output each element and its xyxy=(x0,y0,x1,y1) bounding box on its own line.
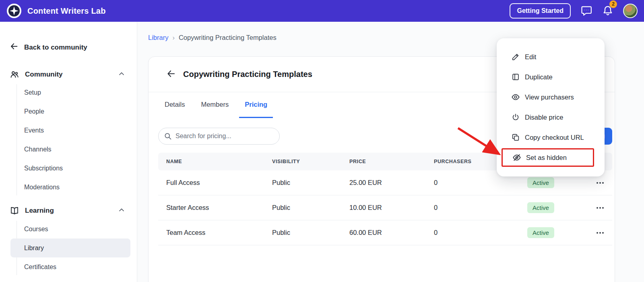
bell-icon xyxy=(602,11,613,17)
pencil-icon xyxy=(511,52,520,61)
menu-item-label: Copy checkout URL xyxy=(525,134,584,141)
back-to-community-label: Back to community xyxy=(24,44,87,52)
breadcrumb-current: Copywriting Practicing Templates xyxy=(179,34,277,41)
menu-item-label: View purchasers xyxy=(525,93,574,101)
ellipsis-icon xyxy=(599,182,601,184)
sidebar-item-moderations[interactable]: Moderations xyxy=(10,178,130,197)
table-row: Starter Access Public 10.00 EUR 0 Active xyxy=(158,195,612,220)
pricing-purchasers: 0 xyxy=(434,204,527,212)
menu-item-view-purchasers[interactable]: View purchasers xyxy=(497,87,605,107)
pricing-purchasers: 0 xyxy=(434,229,527,236)
pricing-name: Team Access xyxy=(166,229,272,236)
pricing-price: 10.00 EUR xyxy=(349,204,434,212)
sidebar-item-people[interactable]: People xyxy=(10,102,130,121)
chevron-up-icon[interactable] xyxy=(118,70,126,79)
sidebar-section-label: Community xyxy=(25,70,118,79)
sidebar-item-subscriptions[interactable]: Subscriptions xyxy=(10,159,130,178)
copy-icon xyxy=(511,133,520,142)
app-title: Content Writers Lab xyxy=(27,6,106,16)
tab-members[interactable]: Members xyxy=(195,92,234,118)
menu-item-label: Duplicate xyxy=(525,73,553,81)
sidebar-item-courses[interactable]: Courses xyxy=(10,220,130,238)
tab-pricing[interactable]: Pricing xyxy=(239,92,273,118)
back-to-community-link[interactable]: Back to community xyxy=(10,42,127,53)
community-items: Setup People Events Channels Subscriptio… xyxy=(0,83,137,197)
ellipsis-icon xyxy=(599,232,601,234)
search-box xyxy=(158,128,280,145)
table-row: Team Access Public 60.00 EUR 0 Active xyxy=(158,220,612,245)
menu-item-copy-checkout-url[interactable]: Copy checkout URL xyxy=(497,127,605,147)
pricing-price: 25.00 EUR xyxy=(349,179,434,187)
ellipsis-icon xyxy=(599,207,601,209)
pricing-visibility: Public xyxy=(272,204,349,212)
chevron-up-icon[interactable] xyxy=(118,206,126,216)
back-arrow-icon xyxy=(10,42,19,53)
pricing-visibility: Public xyxy=(272,179,349,187)
status-badge: Active xyxy=(527,177,554,188)
page-title: Copywriting Practicing Templates xyxy=(183,70,312,79)
row-actions-button[interactable] xyxy=(595,178,605,188)
pricing-purchasers: 0 xyxy=(434,179,527,187)
breadcrumb-separator-icon: › xyxy=(172,34,175,41)
sidebar-section-learning[interactable]: Learning xyxy=(0,205,137,216)
header-visibility: VISIBILITY xyxy=(272,159,349,164)
row-context-menu: Edit Duplicate View purchasers Disable p… xyxy=(497,38,605,176)
sidebar-item-channels[interactable]: Channels xyxy=(10,140,130,159)
row-actions-button[interactable] xyxy=(595,228,605,238)
user-avatar[interactable] xyxy=(623,4,638,18)
pricing-name: Full Access xyxy=(166,179,272,187)
highlight-box: Set as hidden xyxy=(502,148,594,167)
header-price: PRICE xyxy=(349,159,434,164)
sidebar-item-setup[interactable]: Setup xyxy=(10,83,130,102)
pricing-visibility: Public xyxy=(272,229,349,236)
topbar: Content Writers Lab Getting Started 2 xyxy=(0,0,644,22)
sidebar-section-community[interactable]: Community xyxy=(0,69,137,80)
chat-icon xyxy=(580,11,592,17)
sidebar-item-certificates[interactable]: Certificates xyxy=(10,257,130,276)
notification-badge: 2 xyxy=(609,0,617,8)
app-logo-icon[interactable] xyxy=(6,3,22,19)
back-arrow-icon xyxy=(166,69,176,80)
chat-button[interactable] xyxy=(580,4,592,18)
menu-item-label: Edit xyxy=(525,53,536,61)
menu-item-disable-price[interactable]: Disable price xyxy=(497,107,605,127)
sidebar-item-events[interactable]: Events xyxy=(10,121,130,140)
search-input[interactable] xyxy=(158,128,280,145)
getting-started-button[interactable]: Getting Started xyxy=(510,3,571,19)
sidebar-item-library[interactable]: Library xyxy=(10,238,130,257)
breadcrumb-library-link[interactable]: Library xyxy=(148,34,168,41)
notifications-button[interactable]: 2 xyxy=(601,4,614,18)
eye-icon xyxy=(511,93,520,102)
card-back-button[interactable] xyxy=(166,69,176,80)
header-name: NAME xyxy=(166,159,272,164)
status-badge: Active xyxy=(527,202,554,213)
row-actions-button[interactable] xyxy=(595,203,605,213)
sidebar: Back to community Community Setup People… xyxy=(0,22,137,282)
power-icon xyxy=(511,113,520,122)
eye-off-icon xyxy=(512,153,521,162)
menu-item-edit[interactable]: Edit xyxy=(497,47,605,67)
menu-item-duplicate[interactable]: Duplicate xyxy=(497,67,605,87)
pricing-price: 60.00 EUR xyxy=(349,229,434,236)
duplicate-icon xyxy=(511,73,520,81)
learning-icon xyxy=(10,206,19,216)
menu-item-label: Set as hidden xyxy=(526,154,567,162)
tab-details[interactable]: Details xyxy=(159,92,190,118)
menu-item-label: Disable price xyxy=(525,114,563,121)
learning-items: Courses Library Certificates xyxy=(0,220,137,276)
breadcrumb: Library › Copywriting Practicing Templat… xyxy=(148,34,277,41)
sidebar-section-label: Learning xyxy=(25,207,118,215)
menu-item-set-as-hidden[interactable]: Set as hidden xyxy=(503,149,593,166)
pricing-name: Starter Access xyxy=(166,204,272,212)
community-icon xyxy=(10,70,19,79)
status-badge: Active xyxy=(527,227,554,238)
